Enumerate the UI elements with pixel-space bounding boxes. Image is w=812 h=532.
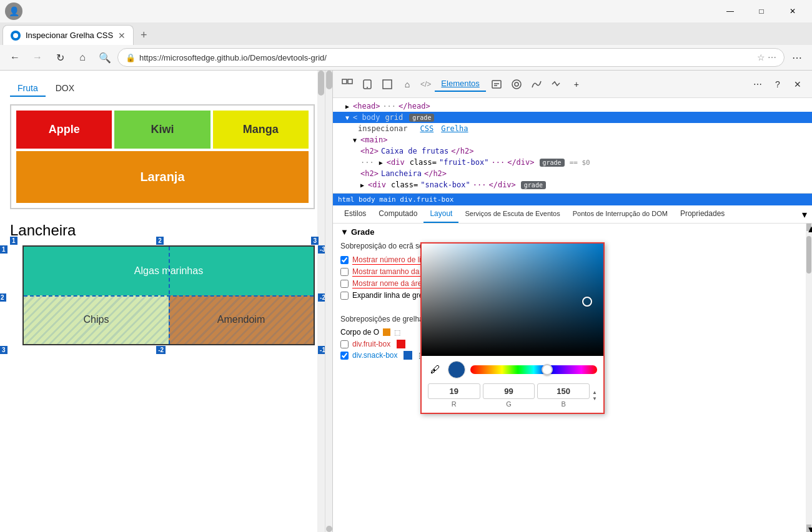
devtools-help-btn[interactable]: ? [768, 75, 787, 94]
scroll-arrow-top[interactable]: ▲ [806, 224, 811, 231]
devtools-layout-btn[interactable] [378, 75, 397, 94]
eyedropper-button[interactable]: 🖋 [428, 362, 443, 377]
devtools-scrollbar[interactable]: ▲ ▼ [806, 224, 812, 532]
close-button[interactable]: ✕ [778, 0, 807, 22]
elem-h2-caixa-tag: <h2> [360, 147, 379, 155]
home-button[interactable]: ⌂ [72, 47, 92, 67]
checkbox-expandir[interactable] [340, 292, 349, 300]
badge-grade-fruit[interactable]: grade [540, 159, 565, 167]
snack-box-container: 1 2 3 1 2 3 -3 -2 -1 -2 [10, 245, 315, 345]
devtools-select-btn[interactable] [338, 75, 357, 94]
scroll-thumb-top[interactable] [326, 71, 332, 89]
dollar-0: == $0 [570, 159, 590, 167]
sub-tab-eventos[interactable]: Serviços de Escuta de Eventos [458, 206, 566, 222]
devtools-toolbar: ⌂ </> Elementos + ⋯ ? ✕ [333, 71, 812, 98]
hue-thumb[interactable] [542, 364, 553, 375]
elem-head[interactable]: ▶ <head> ··· </head> [333, 101, 812, 112]
sub-tab-layout[interactable]: Layout [423, 205, 458, 223]
elem-head-ellipsis: ··· [382, 102, 396, 111]
checkbox-nome[interactable] [340, 280, 349, 288]
page-tab-fruta[interactable]: Fruta [10, 81, 46, 97]
devtools-console-btn[interactable] [487, 75, 506, 94]
elem-head-tag: <head> [353, 102, 380, 111]
sub-tab-propriedades[interactable]: Propriedades [674, 205, 731, 223]
devtools-close-btn[interactable]: ✕ [788, 75, 807, 94]
b-input[interactable] [537, 383, 590, 399]
g-input[interactable] [483, 383, 535, 399]
rgb-arrows[interactable]: ▲ ▼ [592, 390, 597, 401]
hue-slider[interactable] [470, 365, 597, 374]
color-cursor[interactable] [582, 297, 592, 307]
checkbox-linha[interactable] [340, 256, 349, 264]
badge-grade-body[interactable]: grade [409, 114, 434, 122]
elem-class-kw: class= [410, 158, 437, 167]
elem-div-fruit-ellipsis: ··· [491, 158, 505, 167]
color-gradient[interactable] [422, 244, 603, 356]
elem-ellipsis-btn[interactable]: ··· [360, 158, 374, 167]
arrow-down[interactable]: ▼ [592, 396, 597, 401]
arrow-up[interactable]: ▲ [592, 390, 597, 395]
badge-grade-snack[interactable]: grade [521, 181, 546, 189]
webpage-scroll-thumb[interactable] [318, 71, 324, 96]
mostrar-linha-input[interactable] [352, 255, 427, 265]
devtools-add-btn[interactable]: + [567, 75, 586, 94]
fruit-box-color [397, 340, 405, 348]
devtools-home-btn[interactable]: ⌂ [398, 75, 417, 94]
back-button[interactable]: ← [5, 47, 25, 67]
sub-tab-dropdown[interactable]: ▾ [802, 209, 807, 220]
scroll-arrow-bottom[interactable]: ▼ [806, 525, 811, 532]
active-tab[interactable]: Inspecionar Grelha CSS ✕ [2, 25, 134, 45]
tab-close-button[interactable]: ✕ [118, 31, 126, 41]
elem-div-fruit[interactable]: ··· ▶ <div class= "fruit-box" ··· </div>… [333, 157, 812, 168]
url-text: https://microsoftedge.github.io/Demos/de… [139, 53, 753, 62]
color-row1: 🖋 [428, 361, 597, 378]
scroll-thumb-bot[interactable] [326, 526, 332, 532]
devtools-main-panel: ▼ Grade 🖋 [333, 224, 812, 532]
forward-button[interactable]: → [27, 47, 47, 67]
elem-grelha-link[interactable]: Grelha [441, 124, 468, 133]
fruit-grid: Apple Kiwi Manga Laranja [16, 111, 309, 203]
grid-num-right-n3: -3 [318, 245, 325, 254]
scroll-thumb[interactable] [806, 236, 811, 273]
sub-tab-computado[interactable]: Computado [372, 205, 423, 223]
sub-tab-estilos[interactable]: Estilos [338, 205, 372, 223]
maximize-button[interactable]: □ [747, 0, 776, 22]
b-field: B [537, 383, 590, 408]
page-tab-dox[interactable]: DOX [48, 81, 82, 97]
address-icons: ☆ ⋯ [757, 52, 776, 62]
sub-tab-pontos[interactable]: Pontos de Interrupção do DOM [567, 206, 674, 222]
elem-body[interactable]: ▼ < body grid grade [333, 112, 812, 123]
elem-h2-caixa[interactable]: <h2> Caixa de frutas </h2> [333, 145, 812, 157]
elem-main[interactable]: ▼ <main> [333, 134, 812, 145]
browser-menu-button[interactable]: ⋯ [787, 47, 807, 67]
checkbox-fruit-box[interactable] [340, 340, 349, 348]
r-input[interactable] [428, 383, 480, 399]
elem-div-snack[interactable]: ▶ <div class= "snack-box" ··· </div> gra… [333, 179, 812, 190]
mostrar-nome-input[interactable] [352, 279, 427, 288]
elem-css-link[interactable]: CSS [420, 124, 433, 133]
devtools-more-btn[interactable]: ⋯ [748, 75, 767, 94]
user-avatar[interactable]: 👤 [5, 2, 22, 20]
devtools-tab-elements[interactable]: Elementos [435, 76, 485, 92]
search-button[interactable]: 🔍 [95, 47, 115, 67]
new-tab-button[interactable]: + [134, 25, 154, 45]
devtools-device-btn[interactable] [358, 75, 377, 94]
devtools-perf-btn[interactable] [547, 75, 566, 94]
grid-num-top-2: 2 [156, 237, 164, 245]
refresh-button[interactable]: ↻ [50, 47, 70, 67]
devtools-network-btn[interactable] [527, 75, 546, 94]
devtools-source-btn[interactable] [507, 75, 526, 94]
svg-point-9 [512, 80, 521, 89]
elem-inspecionar[interactable]: inspecionar CSS Grelha [333, 123, 812, 134]
mostrar-tamanho-input[interactable] [352, 267, 427, 277]
checkbox-snack-box[interactable] [340, 352, 349, 360]
elem-h2-lancheira[interactable]: <h2> Lancheira </h2> [333, 168, 812, 179]
checkbox-tamanho[interactable] [340, 268, 349, 276]
vertical-scrollbar-webpage[interactable] [325, 71, 332, 532]
fruit-kiwi: Kiwi [114, 111, 210, 149]
dashed-line-v [169, 247, 170, 344]
address-bar[interactable]: 🔒 https://microsoftedge.github.io/Demos/… [117, 48, 785, 67]
page-tabs: Fruta DOX [10, 81, 315, 97]
minimize-button[interactable]: — [716, 0, 745, 22]
g-label: G [506, 400, 512, 408]
